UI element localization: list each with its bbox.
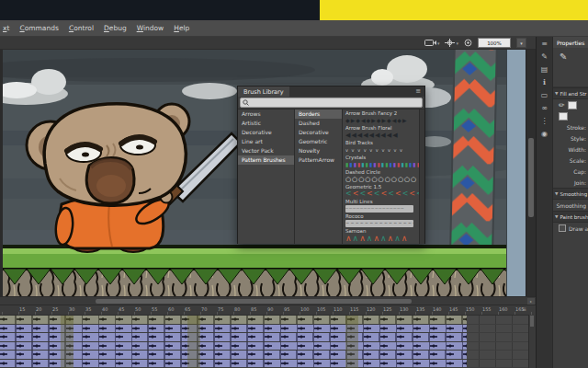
stage-edit-bar: ▾ ▾ 100% ▾ bbox=[0, 37, 536, 50]
keyframe-span[interactable] bbox=[0, 360, 467, 368]
subcategory-patternarrow[interactable]: PatternArrow bbox=[295, 155, 342, 165]
scale-label: Scale: bbox=[553, 155, 588, 166]
timeline-panel: ≡ 15202530354045505560657075808590951001… bbox=[0, 305, 536, 368]
collapse-triangle-icon: ▼ bbox=[555, 91, 558, 96]
keyframe-span[interactable] bbox=[0, 325, 467, 333]
stage-horizontal-scrollbar[interactable]: ▸ bbox=[0, 296, 536, 305]
brush-list-scrollbar[interactable] bbox=[419, 109, 424, 244]
brush-item-dashed-circle[interactable]: Dashed Circle○○○○○○○○○○○ bbox=[343, 169, 419, 184]
menu-item-xt[interactable]: xt bbox=[3, 24, 9, 32]
brush-name: Multi Lines bbox=[345, 199, 419, 205]
fill-color-swatch[interactable] bbox=[559, 112, 568, 121]
menu-item-commands[interactable]: Commands bbox=[19, 24, 58, 32]
frame-number: 105 bbox=[317, 306, 326, 312]
frame-number: 15 bbox=[19, 306, 25, 312]
keyframe-span[interactable] bbox=[0, 342, 467, 351]
brush-library-titlebar[interactable]: Brush Library ≡ bbox=[238, 86, 424, 97]
zoom-dropdown-arrow-icon[interactable]: ▾ bbox=[516, 38, 526, 48]
category-vector-pack[interactable]: Vector Pack bbox=[238, 146, 294, 155]
more-panel-icon[interactable]: ⋮ bbox=[541, 117, 548, 125]
stroke-color-swatch[interactable] bbox=[568, 101, 577, 109]
info-panel-icon[interactable]: ℹ bbox=[543, 78, 546, 86]
timeline-rows bbox=[0, 316, 536, 368]
scrollbar-thumb[interactable] bbox=[96, 299, 412, 304]
timeline-layer-row-3[interactable] bbox=[0, 333, 536, 342]
category-decorative[interactable]: Decorative bbox=[238, 128, 294, 137]
timeline-vertical-scrollbar[interactable] bbox=[528, 315, 536, 368]
brush-preview: ∧∧∧∧∧∧∧∧∧ bbox=[345, 235, 419, 242]
section-paint-brush[interactable]: ▼ Paint brush bbox=[553, 211, 588, 223]
stroke-color-pencil-icon[interactable]: ✏ bbox=[559, 101, 565, 109]
link-panel-icon[interactable]: ∞ bbox=[541, 104, 548, 112]
timeline-layer-row-4[interactable] bbox=[0, 342, 536, 351]
menu-item-help[interactable]: Help bbox=[174, 24, 189, 32]
timeline-layer-row-6[interactable] bbox=[0, 360, 536, 368]
menu-item-window[interactable]: Window bbox=[137, 24, 164, 32]
scene-icon[interactable]: ▾ bbox=[424, 39, 440, 47]
tab-properties[interactable]: Properties bbox=[553, 37, 588, 48]
brush-preview: ◆▶◆◀◆▶◆▶◆◀◆▶ bbox=[345, 117, 419, 124]
scrollbar-thumb[interactable] bbox=[530, 316, 534, 327]
frame-number: 100 bbox=[300, 306, 310, 312]
frame-number: 145 bbox=[449, 306, 458, 312]
join-label: Join: bbox=[553, 177, 588, 188]
brush-library-tab[interactable]: Brush Library bbox=[238, 86, 289, 97]
brush-category-list: ArrowsArtisticDecorativeLine artVector P… bbox=[238, 109, 295, 244]
properties-tabs: Properties Li bbox=[553, 37, 588, 48]
brush-preview: ◀◀◀◀◀◀◀◀◀ bbox=[345, 132, 419, 139]
category-line-art[interactable]: Line art bbox=[238, 137, 294, 146]
brush-name: Dashed Circle bbox=[345, 169, 419, 176]
scrollbar-thumb[interactable] bbox=[528, 138, 534, 217]
section-fill-and-stroke[interactable]: ▼ Fill and Str bbox=[553, 87, 588, 99]
zoom-level-input[interactable]: 100% bbox=[478, 38, 511, 48]
frame-number: 65 bbox=[185, 306, 190, 312]
brush-subcategory-list: BordersDashedDecorativeGeometricNoveltyP… bbox=[295, 109, 343, 244]
frame-number: 55 bbox=[152, 306, 157, 312]
subcategory-decorative[interactable]: Decorative bbox=[295, 128, 342, 137]
brush-item-crystals[interactable]: Crystals▮▮▮▮▮▮▮▮▮▮▮▮▮▮▮▮▮▮▮▮ bbox=[343, 155, 419, 169]
subcategory-borders[interactable]: Borders bbox=[295, 109, 342, 119]
subcategory-dashed[interactable]: Dashed bbox=[295, 119, 342, 128]
layers-panel-icon[interactable]: ▤ bbox=[541, 65, 548, 74]
panel-menu-icon[interactable]: ≡ bbox=[415, 86, 424, 97]
brush-item-arrow-brush-fancy-2[interactable]: Arrow Brush Fancy 2◆▶◆◀◆▶◆▶◆◀◆▶ bbox=[343, 110, 419, 125]
brush-item-multi-lines[interactable]: Multi Lines──────────────── bbox=[343, 199, 419, 213]
timeline-layer-row-2[interactable] bbox=[0, 325, 536, 334]
dock-menu-icon[interactable]: ≡ bbox=[541, 40, 548, 48]
keyframe-span[interactable] bbox=[0, 351, 467, 359]
marquee-panel-icon[interactable]: ▭ bbox=[541, 91, 548, 99]
pasteboard bbox=[506, 50, 526, 296]
brush-search-input[interactable] bbox=[240, 98, 423, 108]
category-arrows[interactable]: Arrows bbox=[238, 109, 294, 119]
draw-as-fill-checkbox[interactable] bbox=[559, 224, 566, 232]
frame-number: 165 bbox=[515, 306, 525, 312]
brush-item-geometric-1-5[interactable]: Geometric 1.5<<<<<<<<<<<< bbox=[343, 184, 419, 199]
edit-symbols-icon[interactable]: ▾ bbox=[445, 39, 458, 47]
frame-number: 70 bbox=[201, 306, 207, 312]
frame-number: 25 bbox=[52, 306, 58, 312]
brush-item-samoan[interactable]: Samoan∧∧∧∧∧∧∧∧∧ bbox=[343, 228, 419, 243]
frame-number: 110 bbox=[334, 306, 343, 312]
center-frame-icon[interactable] bbox=[464, 39, 472, 47]
brush-name: Geometric 1.5 bbox=[345, 184, 419, 190]
subcategory-novelty[interactable]: Novelty bbox=[295, 146, 342, 155]
timeline-layer-row-1[interactable] bbox=[0, 316, 536, 325]
brush-item-bird-tracks[interactable]: Bird Tracksv v v v v v v v v v bbox=[343, 140, 419, 155]
section-smoothing[interactable]: ▼ Smoothing bbox=[553, 188, 588, 200]
menu-item-debug[interactable]: Debug bbox=[104, 24, 127, 32]
brush-item-rococo[interactable]: Rococo~~~~~~~~~~~~~~~~~~~~~~ bbox=[343, 213, 419, 228]
keyframe-span[interactable] bbox=[0, 333, 467, 341]
scroll-right-button[interactable]: ▸ bbox=[527, 298, 535, 305]
category-pattern-brushes[interactable]: Pattern Brushes bbox=[238, 155, 294, 165]
brush-panel-icon[interactable]: ✎ bbox=[541, 52, 548, 61]
frame-number: 150 bbox=[466, 306, 475, 312]
keyframe-span[interactable] bbox=[0, 316, 467, 324]
subcategory-geometric[interactable]: Geometric bbox=[295, 137, 342, 146]
timeline-ruler[interactable]: ≡ 15202530354045505560657075808590951001… bbox=[0, 305, 536, 316]
category-artistic[interactable]: Artistic bbox=[238, 119, 294, 128]
menu-item-control[interactable]: Control bbox=[69, 24, 94, 32]
brush-item-arrow-brush-floral[interactable]: Arrow Brush Floral◀◀◀◀◀◀◀◀◀ bbox=[343, 125, 419, 140]
timeline-layer-row-5[interactable] bbox=[0, 351, 536, 360]
swatch-panel-icon[interactable]: ◉ bbox=[541, 130, 548, 138]
smoothing-label: Smoothing bbox=[553, 200, 588, 211]
